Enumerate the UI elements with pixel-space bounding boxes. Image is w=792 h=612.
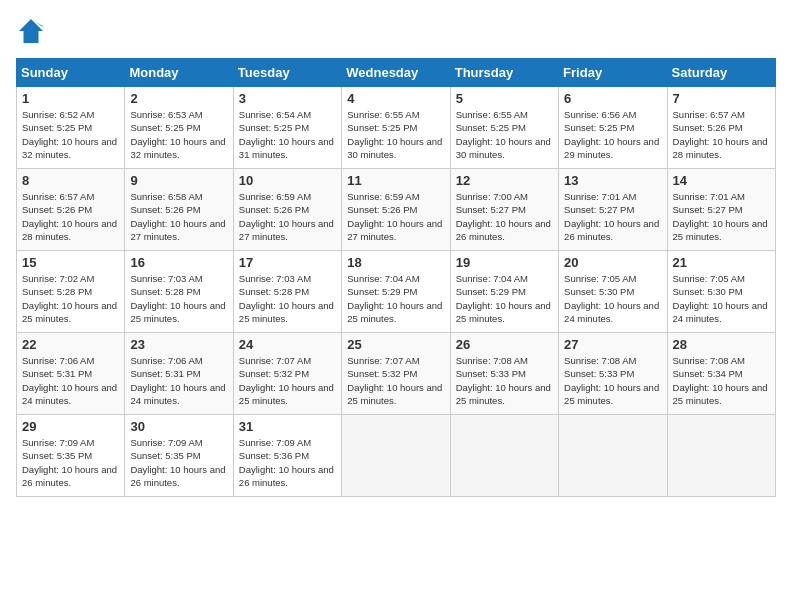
day-detail: Sunrise: 7:08 AM Sunset: 5:33 PM Dayligh… (456, 354, 553, 407)
column-header-sunday: Sunday (17, 59, 125, 87)
calendar-cell: 15 Sunrise: 7:02 AM Sunset: 5:28 PM Dayl… (17, 251, 125, 333)
calendar-cell: 3 Sunrise: 6:54 AM Sunset: 5:25 PM Dayli… (233, 87, 341, 169)
day-number: 10 (239, 173, 336, 188)
day-number: 29 (22, 419, 119, 434)
day-detail: Sunrise: 7:03 AM Sunset: 5:28 PM Dayligh… (130, 272, 227, 325)
calendar-cell: 12 Sunrise: 7:00 AM Sunset: 5:27 PM Dayl… (450, 169, 558, 251)
day-detail: Sunrise: 7:07 AM Sunset: 5:32 PM Dayligh… (239, 354, 336, 407)
calendar-cell: 28 Sunrise: 7:08 AM Sunset: 5:34 PM Dayl… (667, 333, 775, 415)
calendar-cell: 13 Sunrise: 7:01 AM Sunset: 5:27 PM Dayl… (559, 169, 667, 251)
day-number: 5 (456, 91, 553, 106)
day-number: 25 (347, 337, 444, 352)
page-header (16, 16, 776, 46)
calendar-cell: 5 Sunrise: 6:55 AM Sunset: 5:25 PM Dayli… (450, 87, 558, 169)
day-detail: Sunrise: 7:06 AM Sunset: 5:31 PM Dayligh… (130, 354, 227, 407)
day-detail: Sunrise: 7:04 AM Sunset: 5:29 PM Dayligh… (456, 272, 553, 325)
calendar-cell (342, 415, 450, 497)
day-number: 16 (130, 255, 227, 270)
calendar-cell: 14 Sunrise: 7:01 AM Sunset: 5:27 PM Dayl… (667, 169, 775, 251)
day-detail: Sunrise: 6:55 AM Sunset: 5:25 PM Dayligh… (456, 108, 553, 161)
day-number: 15 (22, 255, 119, 270)
calendar-cell: 6 Sunrise: 6:56 AM Sunset: 5:25 PM Dayli… (559, 87, 667, 169)
calendar-cell: 27 Sunrise: 7:08 AM Sunset: 5:33 PM Dayl… (559, 333, 667, 415)
day-detail: Sunrise: 7:09 AM Sunset: 5:36 PM Dayligh… (239, 436, 336, 489)
day-number: 28 (673, 337, 770, 352)
calendar-cell: 20 Sunrise: 7:05 AM Sunset: 5:30 PM Dayl… (559, 251, 667, 333)
calendar-week-row: 15 Sunrise: 7:02 AM Sunset: 5:28 PM Dayl… (17, 251, 776, 333)
calendar-cell: 26 Sunrise: 7:08 AM Sunset: 5:33 PM Dayl… (450, 333, 558, 415)
day-detail: Sunrise: 7:09 AM Sunset: 5:35 PM Dayligh… (22, 436, 119, 489)
day-detail: Sunrise: 6:59 AM Sunset: 5:26 PM Dayligh… (239, 190, 336, 243)
day-detail: Sunrise: 7:01 AM Sunset: 5:27 PM Dayligh… (673, 190, 770, 243)
day-number: 9 (130, 173, 227, 188)
calendar-cell: 2 Sunrise: 6:53 AM Sunset: 5:25 PM Dayli… (125, 87, 233, 169)
day-detail: Sunrise: 6:57 AM Sunset: 5:26 PM Dayligh… (673, 108, 770, 161)
calendar-cell: 19 Sunrise: 7:04 AM Sunset: 5:29 PM Dayl… (450, 251, 558, 333)
day-number: 6 (564, 91, 661, 106)
day-number: 4 (347, 91, 444, 106)
day-detail: Sunrise: 7:05 AM Sunset: 5:30 PM Dayligh… (673, 272, 770, 325)
day-detail: Sunrise: 6:54 AM Sunset: 5:25 PM Dayligh… (239, 108, 336, 161)
day-number: 23 (130, 337, 227, 352)
day-number: 12 (456, 173, 553, 188)
day-number: 1 (22, 91, 119, 106)
day-number: 14 (673, 173, 770, 188)
day-detail: Sunrise: 7:08 AM Sunset: 5:33 PM Dayligh… (564, 354, 661, 407)
day-detail: Sunrise: 7:01 AM Sunset: 5:27 PM Dayligh… (564, 190, 661, 243)
logo (16, 16, 50, 46)
day-number: 31 (239, 419, 336, 434)
calendar-cell: 22 Sunrise: 7:06 AM Sunset: 5:31 PM Dayl… (17, 333, 125, 415)
day-detail: Sunrise: 7:08 AM Sunset: 5:34 PM Dayligh… (673, 354, 770, 407)
calendar-cell: 9 Sunrise: 6:58 AM Sunset: 5:26 PM Dayli… (125, 169, 233, 251)
column-header-thursday: Thursday (450, 59, 558, 87)
day-number: 7 (673, 91, 770, 106)
column-header-tuesday: Tuesday (233, 59, 341, 87)
calendar-cell: 23 Sunrise: 7:06 AM Sunset: 5:31 PM Dayl… (125, 333, 233, 415)
day-number: 22 (22, 337, 119, 352)
day-detail: Sunrise: 6:52 AM Sunset: 5:25 PM Dayligh… (22, 108, 119, 161)
calendar-cell: 4 Sunrise: 6:55 AM Sunset: 5:25 PM Dayli… (342, 87, 450, 169)
column-header-monday: Monday (125, 59, 233, 87)
day-number: 24 (239, 337, 336, 352)
svg-marker-0 (19, 19, 43, 43)
calendar-cell: 10 Sunrise: 6:59 AM Sunset: 5:26 PM Dayl… (233, 169, 341, 251)
day-number: 18 (347, 255, 444, 270)
day-number: 8 (22, 173, 119, 188)
calendar-cell: 18 Sunrise: 7:04 AM Sunset: 5:29 PM Dayl… (342, 251, 450, 333)
day-number: 17 (239, 255, 336, 270)
calendar-header-row: SundayMondayTuesdayWednesdayThursdayFrid… (17, 59, 776, 87)
day-detail: Sunrise: 6:55 AM Sunset: 5:25 PM Dayligh… (347, 108, 444, 161)
column-header-saturday: Saturday (667, 59, 775, 87)
day-detail: Sunrise: 6:58 AM Sunset: 5:26 PM Dayligh… (130, 190, 227, 243)
day-detail: Sunrise: 6:57 AM Sunset: 5:26 PM Dayligh… (22, 190, 119, 243)
calendar-cell: 30 Sunrise: 7:09 AM Sunset: 5:35 PM Dayl… (125, 415, 233, 497)
calendar-week-row: 8 Sunrise: 6:57 AM Sunset: 5:26 PM Dayli… (17, 169, 776, 251)
calendar-week-row: 29 Sunrise: 7:09 AM Sunset: 5:35 PM Dayl… (17, 415, 776, 497)
day-detail: Sunrise: 7:03 AM Sunset: 5:28 PM Dayligh… (239, 272, 336, 325)
calendar-week-row: 22 Sunrise: 7:06 AM Sunset: 5:31 PM Dayl… (17, 333, 776, 415)
day-detail: Sunrise: 7:06 AM Sunset: 5:31 PM Dayligh… (22, 354, 119, 407)
day-detail: Sunrise: 6:53 AM Sunset: 5:25 PM Dayligh… (130, 108, 227, 161)
day-detail: Sunrise: 7:09 AM Sunset: 5:35 PM Dayligh… (130, 436, 227, 489)
calendar-table: SundayMondayTuesdayWednesdayThursdayFrid… (16, 58, 776, 497)
day-number: 11 (347, 173, 444, 188)
calendar-cell (559, 415, 667, 497)
calendar-cell (667, 415, 775, 497)
day-number: 19 (456, 255, 553, 270)
day-detail: Sunrise: 6:59 AM Sunset: 5:26 PM Dayligh… (347, 190, 444, 243)
day-number: 13 (564, 173, 661, 188)
column-header-friday: Friday (559, 59, 667, 87)
day-detail: Sunrise: 7:04 AM Sunset: 5:29 PM Dayligh… (347, 272, 444, 325)
calendar-cell: 24 Sunrise: 7:07 AM Sunset: 5:32 PM Dayl… (233, 333, 341, 415)
calendar-cell: 31 Sunrise: 7:09 AM Sunset: 5:36 PM Dayl… (233, 415, 341, 497)
day-number: 27 (564, 337, 661, 352)
column-header-wednesday: Wednesday (342, 59, 450, 87)
day-detail: Sunrise: 6:56 AM Sunset: 5:25 PM Dayligh… (564, 108, 661, 161)
calendar-cell: 8 Sunrise: 6:57 AM Sunset: 5:26 PM Dayli… (17, 169, 125, 251)
calendar-cell: 21 Sunrise: 7:05 AM Sunset: 5:30 PM Dayl… (667, 251, 775, 333)
day-number: 26 (456, 337, 553, 352)
day-detail: Sunrise: 7:07 AM Sunset: 5:32 PM Dayligh… (347, 354, 444, 407)
calendar-cell: 29 Sunrise: 7:09 AM Sunset: 5:35 PM Dayl… (17, 415, 125, 497)
logo-icon (16, 16, 46, 46)
day-detail: Sunrise: 7:02 AM Sunset: 5:28 PM Dayligh… (22, 272, 119, 325)
